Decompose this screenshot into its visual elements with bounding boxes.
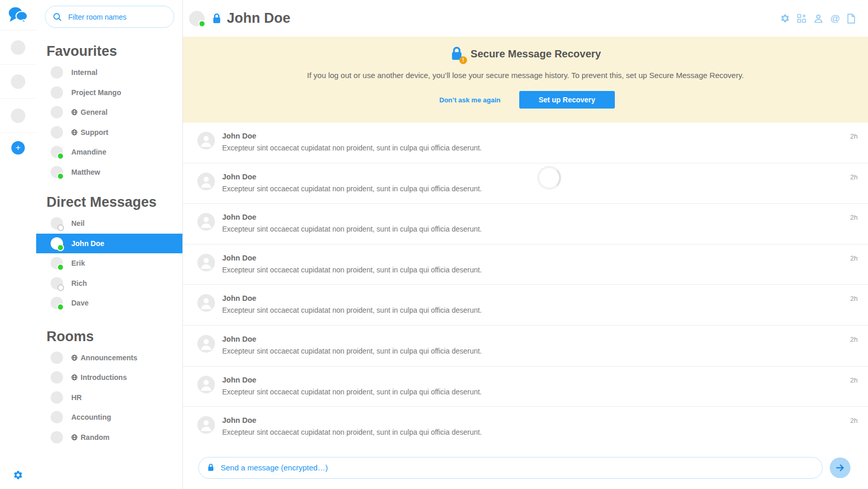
message-timestamp: 2h [850, 213, 858, 221]
message-sender: John Doe [222, 294, 850, 302]
room-list-item-internal[interactable]: Internal [36, 63, 182, 83]
message[interactable]: John Doe Excepteur sint occaecat cupidat… [183, 285, 868, 326]
rail-room-avatar[interactable] [0, 65, 36, 99]
room-name: Introductions [81, 373, 127, 381]
globe-icon [71, 374, 78, 380]
message-sender: John Doe [222, 173, 850, 181]
room-list-item-introductions[interactable]: Introductions [36, 368, 182, 388]
message-body: John Doe Excepteur sint occaecat cupidat… [222, 294, 850, 314]
setup-recovery-button[interactable]: Set up Recovery [519, 91, 615, 109]
message-timestamp: 2h [850, 173, 858, 181]
composer-input-box [198, 457, 823, 479]
rail-room-avatar[interactable] [0, 99, 36, 133]
section-heading: Rooms [47, 329, 182, 345]
message[interactable]: John Doe Excepteur sint occaecat cupidat… [183, 244, 868, 285]
avatar [11, 109, 25, 123]
room-sections: Favourites Internal Project Mango [36, 43, 182, 447]
room-list-item-john-doe[interactable]: John Doe [36, 234, 182, 254]
user-avatar-icon [197, 132, 215, 149]
globe-icon [71, 129, 78, 135]
search-icon [53, 12, 62, 22]
presence-dot [57, 244, 64, 251]
room-list-item-accounting[interactable]: Accounting [36, 407, 182, 427]
message-body: John Doe Excepteur sint occaecat cupidat… [222, 335, 850, 355]
room-list-item-matthew[interactable]: Matthew [36, 162, 182, 182]
room-name: Support [81, 128, 109, 136]
member-icon[interactable] [812, 12, 825, 25]
message-sender: John Doe [222, 376, 850, 384]
presence-dot [57, 224, 64, 231]
room-list-item-dave[interactable]: Dave [36, 293, 182, 313]
room-list-item-erik[interactable]: Erik [36, 253, 182, 273]
room-list-item-general[interactable]: General [36, 102, 182, 123]
room-name: Random [81, 433, 110, 441]
room-list-item-random[interactable]: Random [36, 427, 182, 448]
user-avatar-icon [197, 416, 215, 434]
avatar [51, 237, 63, 250]
message[interactable]: John Doe Excepteur sint occaecat cupidat… [183, 163, 868, 204]
room-name: Rich [71, 279, 87, 287]
avatar [51, 411, 63, 423]
avatar [51, 431, 63, 444]
room-name: Accounting [71, 413, 111, 421]
add-room-button[interactable]: + [11, 141, 25, 155]
message[interactable]: John Doe Excepteur sint occaecat cupidat… [183, 366, 868, 407]
message-timeline: John Doe Excepteur sint occaecat cupidat… [183, 123, 868, 449]
dont-ask-again-button[interactable]: Don’t ask me again [436, 96, 503, 104]
banner-title: Secure Message Recovery [471, 48, 601, 60]
mention-icon[interactable]: @ [829, 18, 841, 20]
file-icon[interactable] [846, 12, 857, 25]
message-text: Excepteur sint occaecat cupidatat non pr… [222, 144, 850, 152]
avatar [51, 297, 63, 309]
room-name: Dave [71, 299, 88, 307]
avatar [51, 106, 63, 118]
room-name: Internal [71, 68, 98, 77]
message-sender: John Doe [222, 416, 850, 424]
message-timestamp: 2h [850, 335, 858, 343]
room-name: Neil [71, 219, 85, 227]
avatar [51, 146, 63, 158]
message[interactable]: John Doe Excepteur sint occaecat cupidat… [183, 123, 868, 163]
settings-gear-icon[interactable] [13, 470, 23, 482]
chat-avatar [189, 11, 205, 26]
message[interactable]: John Doe Excepteur sint occaecat cupidat… [183, 326, 868, 366]
message[interactable]: John Doe Excepteur sint occaecat cupidat… [183, 407, 868, 448]
room-list-item-neil[interactable]: Neil [36, 213, 182, 234]
rail-room-avatar[interactable] [0, 30, 36, 65]
avatar [51, 352, 63, 364]
avatar [51, 66, 63, 79]
presence-dot [57, 173, 64, 180]
message-text: Excepteur sint occaecat cupidatat non pr… [222, 185, 850, 193]
send-arrow-icon [834, 462, 846, 473]
filter-rooms-input[interactable] [67, 12, 166, 22]
room-list-item-rich[interactable]: Rich [36, 273, 182, 294]
room-list-item-support[interactable]: Support [36, 123, 182, 143]
message-body: John Doe Excepteur sint occaecat cupidat… [222, 376, 850, 396]
user-avatar-icon [197, 376, 215, 393]
room-list-item-hr[interactable]: HR [36, 388, 182, 408]
message[interactable]: John Doe Excepteur sint occaecat cupidat… [183, 204, 868, 244]
banner-title-row: ! Secure Message Recovery [183, 37, 868, 62]
banner-body: If you log out or use another device, yo… [204, 71, 847, 80]
globe-icon [71, 109, 78, 115]
app-logo chat-bubbles-icon [0, 0, 36, 30]
room-name: Project Mango [71, 88, 121, 97]
section-heading: Favourites [47, 43, 182, 59]
avatar [51, 371, 63, 384]
message-timestamp: 2h [850, 295, 858, 302]
filter-rooms-box [45, 6, 174, 28]
section-heading: Direct Messages [47, 194, 182, 210]
room-list-item-project-mango[interactable]: Project Mango [36, 83, 182, 103]
message-sender: John Doe [222, 335, 850, 343]
message-timestamp: 2h [850, 132, 858, 140]
send-button[interactable] [830, 457, 850, 478]
user-avatar-icon [197, 173, 215, 190]
avatar [51, 166, 63, 178]
message-input[interactable] [220, 463, 814, 472]
apps-add-icon[interactable] [796, 12, 808, 24]
room-settings-icon[interactable] [779, 12, 791, 24]
message-text: Excepteur sint occaecat cupidatat non pr… [222, 225, 850, 233]
room-list-item-amandine[interactable]: Amandine [36, 142, 182, 162]
room-list-item-announcements[interactable]: Announcements [36, 348, 182, 368]
user-avatar-icon [197, 254, 215, 271]
